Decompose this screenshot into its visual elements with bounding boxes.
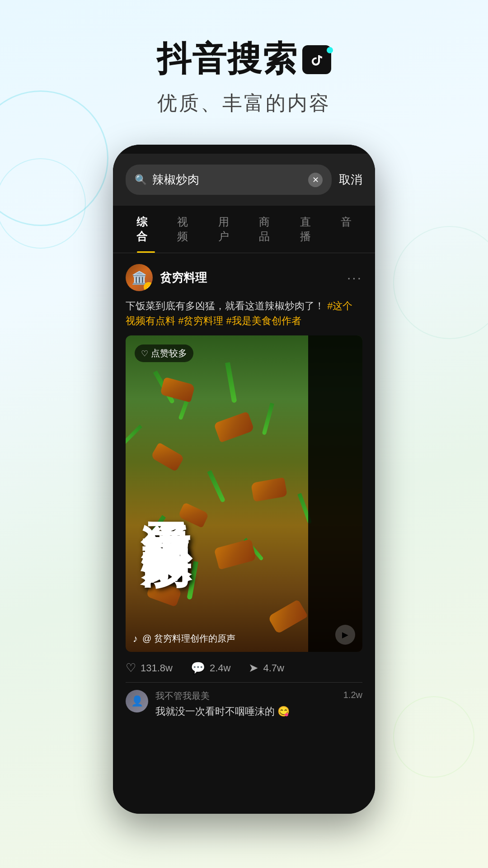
author-name: 贫穷料理	[160, 270, 207, 286]
comments-value: 2.4w	[210, 662, 230, 674]
like-icon: ♡	[126, 661, 136, 675]
likes-count[interactable]: ♡ 131.8w	[126, 661, 173, 675]
likes-badge-text: 点赞较多	[151, 347, 187, 359]
commenter-name: 我不管我最美	[155, 690, 290, 702]
commenter-avatar: 👤	[126, 690, 148, 712]
comment-count: 1.2w	[343, 690, 362, 700]
search-results: 🏛️ ✓ 贫穷料理 ··· 下饭菜到底有多凶猛，就看这道辣椒炒肉了！ #这个视频…	[113, 253, 375, 736]
video-thumbnail[interactable]: 勇猛辣椒炒肉 ♡ 点赞较多 ♪ @ 贫穷料理创作的原声 ▶	[126, 335, 362, 652]
video-title-text: 勇猛辣椒炒肉	[139, 483, 194, 505]
post-header: 🏛️ ✓ 贫穷料理 ···	[126, 264, 362, 291]
post-author[interactable]: 🏛️ ✓ 贫穷料理	[126, 264, 207, 291]
verified-badge: ✓	[144, 282, 153, 291]
likes-badge: ♡ 点赞较多	[135, 344, 193, 362]
shares-value: 4.7w	[263, 662, 284, 674]
bg-decoration-4	[393, 696, 474, 778]
app-title: 抖音搜索	[0, 36, 488, 83]
search-tabs: 综合 视频 用户 商品 直播 音	[113, 206, 375, 253]
shares-count[interactable]: ➤ 4.7w	[249, 661, 284, 675]
tab-video[interactable]: 视频	[166, 206, 207, 253]
bg-decoration-2	[0, 158, 86, 249]
tiktok-note-icon: ♪	[133, 633, 138, 645]
hashtag-2[interactable]: #贫穷料理	[178, 315, 223, 326]
heart-icon: ♡	[141, 349, 148, 359]
tab-live[interactable]: 直播	[289, 206, 330, 253]
audio-info: ♪ @ 贫穷料理创作的原声	[133, 632, 235, 645]
search-input-area[interactable]: 🔍 辣椒炒肉 ✕	[126, 165, 332, 195]
engagement-bar: ♡ 131.8w 💬 2.4w ➤ 4.7w	[126, 652, 362, 683]
tab-user[interactable]: 用户	[207, 206, 248, 253]
search-clear-button[interactable]: ✕	[308, 173, 323, 187]
post-more-button[interactable]: ···	[347, 270, 362, 285]
comments-count[interactable]: 💬 2.4w	[191, 661, 230, 675]
comment-icon: 💬	[191, 661, 205, 675]
phone-screen: 🔍 辣椒炒肉 ✕ 取消 综合 视频 用户 商品	[113, 145, 375, 814]
share-icon: ➤	[249, 661, 258, 675]
likes-value: 131.8w	[141, 662, 173, 674]
author-avatar: 🏛️ ✓	[126, 264, 153, 291]
comment-content: 我不管我最美 我就没一次看时不咽唾沫的 😋	[155, 690, 290, 718]
tab-audio[interactable]: 音	[330, 206, 362, 253]
phone-frame: 🔍 辣椒炒肉 ✕ 取消 综合 视频 用户 商品	[113, 145, 375, 814]
play-button[interactable]: ▶	[335, 625, 355, 645]
phone-mockup: 🔍 辣椒炒肉 ✕ 取消 综合 视频 用户 商品	[113, 145, 375, 814]
search-icon: 🔍	[135, 174, 147, 186]
post-body: 下饭菜到底有多凶猛，就看这道辣椒炒肉了！	[126, 300, 324, 311]
comment-body: 我就没一次看时不咽唾沫的 😋	[155, 705, 290, 718]
video-text-overlay: 勇猛辣椒炒肉	[126, 335, 362, 652]
audio-text: @ 贫穷料理创作的原声	[142, 632, 235, 645]
search-query: 辣椒炒肉	[152, 172, 303, 188]
bg-decoration-3	[393, 226, 488, 339]
search-cancel-button[interactable]: 取消	[339, 172, 362, 188]
tab-comprehensive[interactable]: 综合	[126, 206, 166, 253]
post-text: 下饭菜到底有多凶猛，就看这道辣椒炒肉了！ #这个视频有点料 #贫穷料理 #我是美…	[126, 298, 362, 328]
comment-preview: 👤 我不管我最美 我就没一次看时不咽唾沫的 😋 1.2w	[126, 683, 362, 726]
tiktok-logo-icon	[302, 45, 331, 74]
search-bar: 🔍 辣椒炒肉 ✕ 取消	[113, 154, 375, 206]
hashtag-3[interactable]: #我是美食创作者	[226, 315, 301, 326]
title-text: 抖音搜索	[157, 36, 298, 83]
tab-product[interactable]: 商品	[248, 206, 289, 253]
